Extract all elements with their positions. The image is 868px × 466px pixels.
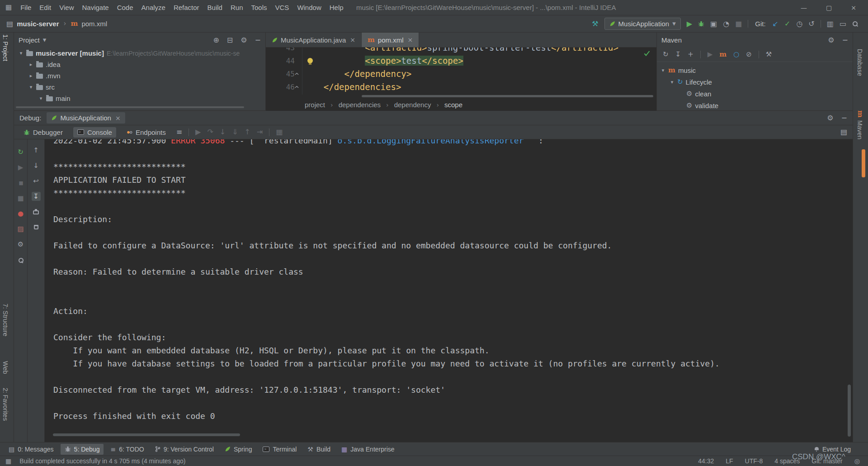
maximize-button[interactable]: ▢ [826, 5, 832, 11]
maven-tree-item[interactable]: ⚙validate [657, 100, 853, 111]
menu-run[interactable]: Run [226, 2, 247, 13]
breadcrumb-item[interactable]: project [305, 101, 325, 109]
debug-console[interactable]: 2022-01-02 21:45:57.900 ERROR 35068 --- … [45, 139, 853, 442]
up-stack-icon[interactable]: ↑ [32, 146, 41, 155]
breadcrumb-item[interactable]: dependencies [339, 101, 381, 109]
maven-settings-icon[interactable]: ⚒ [766, 51, 772, 58]
toolwindow-button-terminal[interactable]: Terminal [259, 444, 301, 455]
stripe-button-maven[interactable]: mMaven [856, 110, 863, 139]
project-tree-hscrollbar[interactable] [16, 106, 244, 108]
caret-position[interactable]: 44:32 [698, 457, 714, 465]
navbar-file[interactable]: pom.xml [81, 20, 107, 28]
shelve-icon[interactable]: ▥ [827, 20, 834, 28]
file-encoding[interactable]: UTF-8 [745, 457, 763, 465]
hide-panel-icon[interactable]: − [841, 114, 847, 122]
resume-icon[interactable]: ▶ [16, 163, 25, 172]
stop-icon[interactable]: ■ [735, 20, 742, 28]
debug-session-tab[interactable]: MusicApplication × [47, 112, 125, 124]
event-log-button[interactable]: Event Log [814, 446, 863, 453]
maven-goal-icon[interactable]: m [719, 51, 726, 58]
navbar-project[interactable]: music-server [17, 20, 59, 28]
menu-view[interactable]: View [55, 2, 78, 13]
mute-breakpoints-icon[interactable]: ▨ [16, 224, 25, 233]
inspections-ok-icon[interactable] [644, 51, 650, 56]
view-tab-debugger[interactable]: Debugger [19, 127, 67, 138]
soft-wrap-icon[interactable]: ↩ [32, 176, 41, 185]
editor-hscrollbar[interactable] [362, 95, 653, 97]
maven-tree-item[interactable]: ⚙clean [657, 88, 853, 100]
settings-icon[interactable]: ⚙ [16, 240, 25, 249]
line-separator[interactable]: LF [726, 457, 733, 465]
stripe-button-database[interactable]: Database [856, 49, 863, 76]
stripe-button-1-project[interactable]: 1: Project [2, 34, 9, 61]
force-step-into-icon[interactable]: ⇓ [232, 128, 238, 136]
hide-windows-icon[interactable]: ▭ [840, 20, 846, 28]
locate-file-icon[interactable]: ⊕ [213, 37, 219, 44]
fold-marker-icon[interactable] [295, 86, 299, 88]
toolwindow-button-5-debug[interactable]: 5: Debug [61, 444, 104, 455]
close-icon[interactable]: × [350, 37, 355, 43]
hector-icon[interactable]: ◎ [854, 458, 860, 464]
view-breakpoints-icon[interactable]: ● [16, 209, 25, 218]
run-configuration-select[interactable]: MusicApplication ▾ [604, 18, 681, 30]
menu-tools[interactable]: Tools [247, 2, 271, 13]
settings-gear-icon[interactable]: ⚙ [828, 37, 834, 44]
download-sources-icon[interactable]: ↧ [675, 51, 681, 58]
close-icon[interactable]: × [115, 115, 121, 121]
menu-navigate[interactable]: Navigate [78, 2, 113, 13]
settings-gear-icon[interactable]: ⚙ [827, 114, 833, 122]
stripe-button-2-favorites[interactable]: 2: Favorites [2, 388, 9, 421]
project-tree-item[interactable]: ▾music-server [music] E:\learnProjects\G… [14, 48, 265, 59]
refresh-icon[interactable]: ↻ [663, 51, 669, 58]
show-execution-point-icon[interactable]: ▶ [195, 128, 201, 136]
toolwindow-button-java-enterprise[interactable]: ▦Java Enterprise [337, 444, 399, 455]
menu-vcs[interactable]: VCS [271, 2, 293, 13]
evaluate-expression-icon[interactable]: ▦ [276, 128, 283, 136]
menu-analyze[interactable]: Analyze [137, 2, 170, 13]
project-tree-item[interactable]: ▾src [14, 81, 265, 93]
close-button[interactable]: × [851, 5, 856, 11]
editor-code-area[interactable]: 43444546 <artifactId>spring-boot-starter… [266, 48, 656, 95]
close-icon[interactable]: × [408, 37, 413, 43]
chevron-down-icon[interactable]: ▾ [43, 37, 47, 43]
rerun-icon[interactable]: ↻ [16, 147, 25, 157]
run-icon[interactable]: ▶ [687, 20, 692, 28]
stop-icon[interactable]: ■ [16, 194, 25, 203]
layout-grid-icon[interactable]: ▤ [840, 128, 847, 136]
project-tree-item[interactable]: ▾main [14, 93, 265, 104]
step-into-icon[interactable]: ↓ [220, 128, 226, 136]
toolwindow-switcher-icon[interactable]: ▦ [5, 458, 11, 464]
clear-all-icon[interactable] [32, 223, 41, 232]
hide-panel-icon[interactable]: − [255, 37, 261, 44]
maven-tree-item[interactable]: ▾mmusic [657, 64, 853, 76]
git-commit-icon[interactable]: ✓ [784, 20, 790, 28]
view-tab-console[interactable]: Console [73, 127, 116, 138]
view-tab-endpoints[interactable]: Endpoints [123, 127, 170, 138]
maven-tree-item[interactable]: ▾↻Lifecycle [657, 76, 853, 88]
skip-tests-icon[interactable]: ⊘ [746, 51, 752, 58]
collapse-all-icon[interactable]: ⊟ [227, 37, 233, 44]
fold-marker-icon[interactable] [295, 72, 299, 75]
git-history-icon[interactable]: ◷ [796, 20, 802, 28]
step-over-icon[interactable]: ↷ [207, 128, 213, 136]
menu-window[interactable]: Window [293, 2, 325, 13]
editor-tab-musicapplication-java[interactable]: MusicApplication.java× [266, 33, 362, 47]
pin-icon[interactable] [16, 255, 25, 264]
step-out-icon[interactable]: ↑ [245, 128, 250, 136]
stripe-button-web[interactable]: Web [2, 361, 9, 374]
down-stack-icon[interactable]: ↓ [32, 161, 41, 170]
search-everywhere-icon[interactable] [852, 21, 858, 27]
error-stripe-marker[interactable] [862, 149, 865, 177]
console-hscrollbar[interactable] [53, 433, 240, 436]
git-update-icon[interactable]: ↙ [773, 20, 778, 28]
editor-tab-pom-xml[interactable]: mpom.xml× [362, 33, 419, 47]
toolwindow-button-6-todo[interactable]: ≡6: TODO [106, 444, 148, 455]
layout-settings-icon[interactable]: ≡ [176, 128, 182, 136]
pause-icon[interactable]: ▮▮ [16, 178, 25, 187]
print-icon[interactable] [32, 207, 41, 216]
settings-gear-icon[interactable]: ⚙ [241, 37, 247, 44]
toolwindow-button-build[interactable]: ⚒Build [303, 444, 335, 455]
git-rollback-icon[interactable]: ↺ [808, 20, 814, 28]
project-tree-item[interactable]: ▸.mvn [14, 70, 265, 81]
stripe-button-7-structure[interactable]: 7: Structure [2, 304, 9, 336]
